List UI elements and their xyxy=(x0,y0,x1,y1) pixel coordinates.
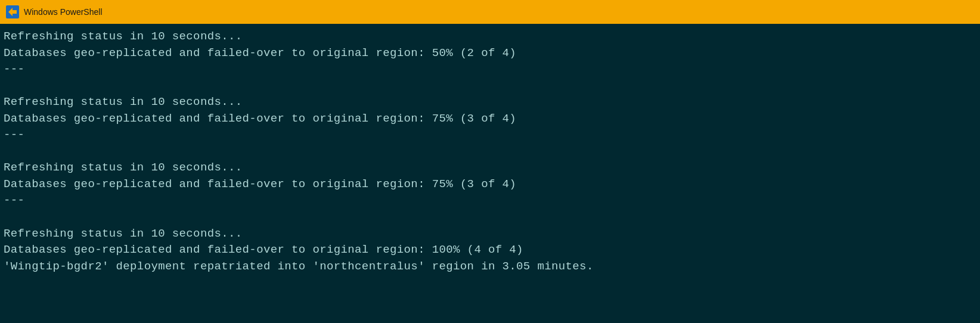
terminal-line xyxy=(4,209,976,226)
terminal-line: --- xyxy=(4,192,976,209)
terminal-line: Refreshing status in 10 seconds... xyxy=(4,94,976,111)
terminal-line xyxy=(4,144,976,160)
terminal-line: Databases geo-replicated and failed-over… xyxy=(4,176,976,193)
terminal-line: --- xyxy=(4,127,976,144)
terminal-line: Refreshing status in 10 seconds... xyxy=(4,160,976,176)
terminal-line: Refreshing status in 10 seconds... xyxy=(4,29,976,45)
terminal-line: Databases geo-replicated and failed-over… xyxy=(4,45,976,62)
terminal-line xyxy=(4,78,976,95)
powershell-window: Windows PowerShell Refreshing status in … xyxy=(0,0,980,323)
title-bar: Windows PowerShell xyxy=(0,0,980,24)
terminal-line: 'Wingtip-bgdr2' deployment repatriated i… xyxy=(4,259,976,275)
title-bar-text: Windows PowerShell xyxy=(24,7,103,17)
terminal-line: Refreshing status in 10 seconds... xyxy=(4,226,976,243)
terminal-line: --- xyxy=(4,61,976,78)
terminal-body[interactable]: Refreshing status in 10 seconds...Databa… xyxy=(0,24,980,323)
powershell-icon xyxy=(6,5,19,18)
terminal-line: Databases geo-replicated and failed-over… xyxy=(4,111,976,128)
terminal-line: Databases geo-replicated and failed-over… xyxy=(4,242,976,259)
